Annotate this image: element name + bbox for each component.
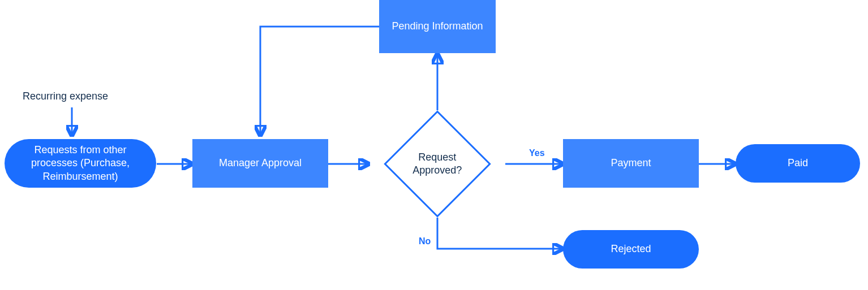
node-pending-information-label: Pending Information — [392, 20, 483, 33]
node-payment: Payment — [563, 139, 699, 188]
edge-pending-to-manager — [260, 27, 379, 136]
node-rejected-label: Rejected — [611, 243, 651, 256]
recurring-expense-label: Recurring expense — [23, 90, 108, 102]
node-rejected: Rejected — [563, 230, 699, 269]
node-requests-label: Requests from other processes (Purchase,… — [18, 144, 143, 183]
node-paid-label: Paid — [788, 157, 808, 170]
node-manager-approval: Manager Approval — [192, 139, 328, 188]
node-paid: Paid — [736, 144, 860, 183]
node-request-approved-decision: Request Approved? — [384, 110, 491, 218]
node-request-approved-label: Request Approved? — [401, 151, 474, 178]
node-requests: Requests from other processes (Purchase,… — [5, 139, 156, 188]
node-manager-approval-label: Manager Approval — [219, 157, 302, 170]
node-payment-label: Payment — [611, 157, 651, 170]
edge-decision-no-to-rejected — [437, 218, 563, 249]
node-pending-information: Pending Information — [379, 0, 496, 53]
branch-no-label: No — [419, 236, 431, 246]
branch-yes-label: Yes — [529, 148, 545, 158]
